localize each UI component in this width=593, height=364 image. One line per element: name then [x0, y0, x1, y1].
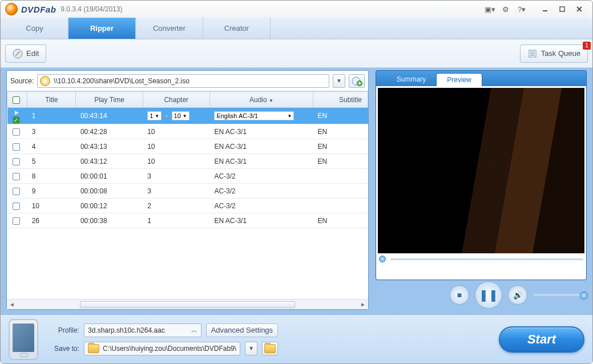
disc-icon: [40, 76, 50, 86]
add-source-button[interactable]: [349, 74, 365, 88]
task-queue-badge: 1: [583, 42, 591, 50]
main-tabs: CopyRipperConverterCreator: [1, 18, 592, 39]
titlebar: DVDFab 9.0.3.4 (19/04/2013) ▣▾ ⚙ ?▾: [1, 1, 592, 18]
tab-copy[interactable]: Copy: [1, 18, 68, 39]
row-checkbox[interactable]: [13, 203, 20, 210]
table-row[interactable]: 500:43:1210EN AC-3/1EN: [7, 154, 368, 169]
titles-table: TitlePlay TimeChapterAudio ▼Subtitle ▶10…: [7, 91, 368, 228]
col-subtitle[interactable]: Subtitle: [313, 92, 368, 108]
app-version: 9.0.3.4 (19/04/2013): [60, 5, 122, 13]
stop-button[interactable]: ■: [450, 285, 469, 305]
col-play-time[interactable]: Play Time: [76, 92, 143, 108]
preview-tab-preview[interactable]: Preview: [436, 73, 482, 87]
table-row[interactable]: ▶100:43:141 ▼ - 10 ▼English AC-3/1 ▼EN: [7, 108, 368, 124]
source-label: Source:: [10, 77, 34, 85]
title-list-panel: Source: ▼ TitlePlay TimeChapterAudio ▼Su…: [6, 70, 369, 310]
row-checkbox[interactable]: [13, 128, 20, 136]
save-to-dropdown-button[interactable]: ▼: [245, 342, 257, 355]
edit-icon: [13, 48, 23, 59]
row-checkbox[interactable]: [13, 116, 20, 124]
select-all-checkbox[interactable]: [13, 96, 20, 104]
tab-ripper[interactable]: Ripper: [68, 18, 136, 39]
row-checkbox[interactable]: [13, 173, 20, 180]
row-checkbox[interactable]: [13, 217, 20, 225]
maximize-button[interactable]: [554, 3, 571, 15]
chapter-to-select[interactable]: 10 ▼: [172, 111, 189, 120]
advanced-settings-label: Advanced Settings: [211, 326, 273, 334]
video-preview[interactable]: [378, 88, 584, 253]
task-queue-icon: [527, 48, 538, 59]
seek-track[interactable]: [390, 258, 583, 260]
row-checkbox[interactable]: [13, 188, 20, 195]
browse-folder-button[interactable]: [262, 342, 278, 355]
help-icon[interactable]: ?▾: [515, 3, 529, 15]
tab-creator[interactable]: Creator: [203, 18, 271, 39]
start-button[interactable]: Start: [499, 326, 584, 353]
edit-button[interactable]: Edit: [5, 45, 46, 63]
start-label: Start: [527, 332, 556, 347]
source-dropdown-button[interactable]: ▼: [333, 74, 345, 88]
bottom-bar: Profile: 3d.sharp.sh10c.h264.aac ︽ Advan…: [1, 314, 592, 363]
table-row[interactable]: 2600:00:381EN AC-3/1EN: [7, 213, 368, 228]
chapter-from-select[interactable]: 1 ▼: [147, 111, 162, 120]
table-row[interactable]: 300:42:2810EN AC-3/1EN: [7, 124, 368, 139]
preview-panel: SummaryPreview ■ ❚❚ 🔊: [376, 70, 587, 310]
app-logo-icon: [5, 3, 18, 15]
row-checkbox[interactable]: [13, 143, 20, 151]
table-row[interactable]: 900:00:083 AC-3/2: [7, 184, 368, 199]
table-row[interactable]: 400:43:1310EN AC-3/1EN: [7, 139, 368, 154]
volume-slider[interactable]: [533, 294, 584, 296]
save-to-value: C:\Users\huiying.zou\Documents\DVDFab9\: [103, 345, 236, 353]
seek-knob[interactable]: [379, 256, 386, 262]
close-button[interactable]: [571, 3, 588, 15]
device-icon[interactable]: [9, 319, 38, 360]
edit-label: Edit: [26, 49, 39, 58]
task-queue-button[interactable]: Task Queue 1: [520, 45, 588, 63]
settings-icon[interactable]: ⚙: [499, 3, 513, 15]
preview-tab-summary[interactable]: Summary: [386, 72, 436, 86]
save-to-label: Save to:: [45, 345, 79, 353]
toolbar: Edit Task Queue 1: [1, 39, 592, 68]
table-row[interactable]: 800:00:013 AC-3/2: [7, 169, 368, 184]
folder-icon: [88, 344, 99, 353]
tab-converter[interactable]: Converter: [136, 18, 203, 39]
profile-selector[interactable]: 3d.sharp.sh10c.h264.aac ︽: [84, 323, 201, 337]
pause-button[interactable]: ❚❚: [475, 281, 502, 309]
language-icon[interactable]: ▣▾: [483, 3, 497, 15]
preview-tabs: SummaryPreview: [376, 70, 587, 86]
source-input[interactable]: [54, 77, 326, 85]
profile-label: Profile:: [45, 326, 79, 334]
row-checkbox[interactable]: [13, 158, 20, 165]
audio-select[interactable]: English AC-3/1 ▼: [214, 111, 294, 120]
source-input-wrap[interactable]: [37, 74, 329, 88]
col-chapter[interactable]: Chapter: [143, 92, 209, 108]
profile-value: 3d.sharp.sh10c.h264.aac: [88, 326, 165, 334]
col-audio[interactable]: Audio ▼: [209, 92, 313, 108]
minimize-button[interactable]: [536, 3, 554, 15]
chevron-up-down-icon: ︽: [191, 326, 197, 334]
table-row[interactable]: 1000:00:122 AC-3/2: [7, 199, 368, 213]
task-queue-label: Task Queue: [541, 49, 580, 58]
svg-rect-1: [560, 7, 564, 11]
col-title[interactable]: Title: [27, 92, 76, 108]
app-name: DVDFab: [21, 5, 56, 14]
volume-button[interactable]: 🔊: [508, 285, 527, 305]
horizontal-scrollbar[interactable]: ◄►: [7, 299, 368, 309]
save-to-input[interactable]: C:\Users\huiying.zou\Documents\DVDFab9\: [84, 342, 240, 355]
folder-icon: [264, 344, 276, 353]
advanced-settings-button[interactable]: Advanced Settings: [206, 323, 278, 337]
